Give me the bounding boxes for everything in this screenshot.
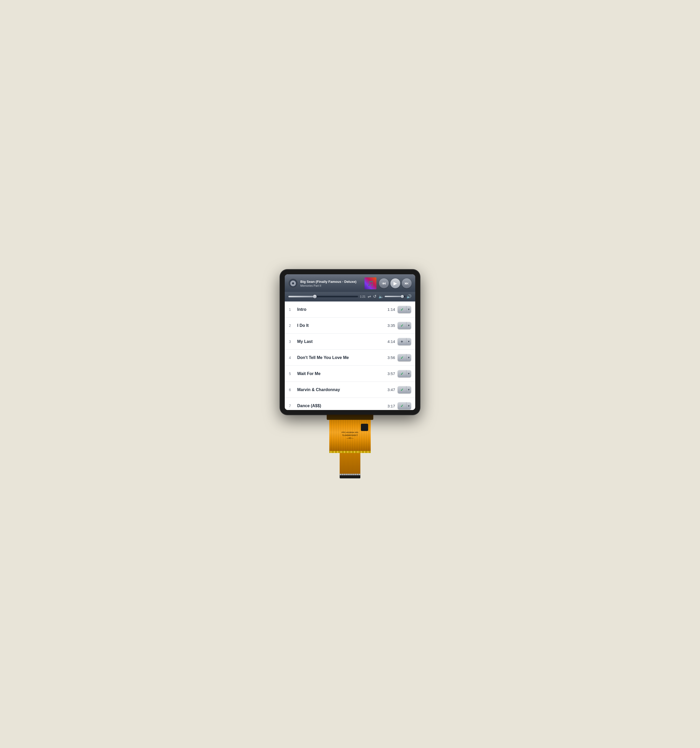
volume-control: 🔈 🔊 (378, 294, 411, 299)
album-art-image: 🎵 (364, 277, 377, 289)
track-row[interactable]: 7Dance (A$$)3:17✓▼ (285, 398, 415, 410)
forward-button[interactable]: ⏭ (402, 278, 411, 288)
track-duration: 3:47 (387, 388, 395, 392)
rdio-logo (289, 279, 298, 288)
track-title: Don't Tell Me You Love Me (297, 355, 387, 360)
ribbon-chip (361, 424, 368, 431)
album-name: Big Sean (Finally Famous - Deluxe) (300, 280, 362, 284)
track-number: 3 (289, 339, 295, 344)
plus-icon: + (398, 338, 407, 345)
volume-bar[interactable] (385, 296, 405, 297)
track-number: 7 (289, 404, 295, 408)
chevron-down-icon: ▼ (407, 338, 411, 345)
track-row[interactable]: 4Don't Tell Me You Love Me3:56✓▼ (285, 350, 415, 366)
chevron-down-icon: ▼ (407, 402, 411, 409)
progress-bar[interactable] (289, 296, 358, 297)
track-row[interactable]: 1Intro1:14✓▼ (285, 301, 415, 318)
check-icon: ✓ (398, 354, 407, 361)
track-row[interactable]: 6Marvin & Chardonnay3:47✓▼ (285, 382, 415, 398)
progress-fill (289, 296, 315, 297)
ribbon-text: FPC-H1263A-V01 TL040WVS03CT ---XC--- (342, 431, 358, 440)
ribbon-contacts-top (329, 451, 371, 453)
track-title: Marvin & Chardonnay (297, 388, 387, 392)
current-time: 1:21 (360, 295, 366, 298)
track-name: Memories Part II (300, 284, 362, 287)
ribbon-narrow (340, 453, 360, 474)
progress-area: 1:21 ⇌ ↺ 🔈 🔊 (285, 292, 415, 301)
check-icon: ✓ (398, 322, 407, 329)
play-button[interactable]: ▶ (390, 278, 400, 288)
track-list: 1Intro1:14✓▼2I Do It3:35✓▼3My Last4:14+▼… (285, 301, 415, 410)
device-container: Big Sean (Finally Famous - Deluxe) Memor… (280, 270, 420, 478)
track-title: Intro (297, 307, 387, 312)
album-art: 🎵 (364, 277, 377, 289)
shuffle-icon[interactable]: ⇌ (367, 294, 371, 299)
track-title: My Last (297, 339, 387, 344)
volume-fill (385, 296, 402, 297)
repeat-icon[interactable]: ↺ (373, 294, 377, 299)
volume-icon[interactable]: 🔈 (378, 294, 384, 299)
progress-handle (313, 295, 317, 298)
track-number: 2 (289, 324, 295, 328)
track-number: 6 (289, 388, 295, 392)
check-icon: ✓ (398, 370, 407, 377)
rewind-button[interactable]: ⏮ (379, 278, 389, 288)
track-action-button[interactable]: ✓▼ (398, 402, 411, 409)
track-action-button[interactable]: ✓▼ (398, 370, 411, 377)
track-action-button[interactable]: ✓▼ (398, 322, 411, 329)
playback-controls: ⏮ ▶ ⏭ (379, 278, 411, 288)
check-icon: ✓ (398, 402, 407, 409)
chevron-down-icon: ▼ (407, 386, 411, 394)
now-playing-bar: Big Sean (Finally Famous - Deluxe) Memor… (289, 277, 411, 289)
rdio-logo-icon (290, 281, 296, 286)
track-title: I Do It (297, 323, 387, 328)
track-action-button[interactable]: ✓▼ (398, 306, 411, 313)
check-icon: ✓ (398, 306, 407, 313)
chevron-down-icon: ▼ (407, 370, 411, 377)
track-duration: 4:14 (387, 339, 395, 344)
track-row[interactable]: 3My Last4:14+▼ (285, 334, 415, 350)
track-title: Dance (A$$) (297, 403, 387, 408)
track-duration: 3:17 (387, 404, 395, 408)
check-icon: ✓ (398, 386, 407, 394)
chevron-down-icon: ▼ (407, 354, 411, 361)
track-info: Big Sean (Finally Famous - Deluxe) Memor… (300, 280, 362, 287)
volume-up-icon: 🔊 (407, 294, 411, 299)
track-duration: 1:14 (387, 307, 395, 312)
track-row[interactable]: 2I Do It3:35✓▼ (285, 318, 415, 334)
ribbon-body: FPC-H1263A-V01 TL040WVS03CT ---XC--- (329, 420, 371, 451)
track-number: 5 (289, 372, 295, 376)
screen: Big Sean (Finally Famous - Deluxe) Memor… (285, 274, 415, 410)
ribbon-connector: FPC-H1263A-V01 TL040WVS03CT ---XC--- (327, 415, 373, 478)
track-action-button[interactable]: ✓▼ (398, 386, 411, 394)
track-action-button[interactable]: +▼ (398, 338, 411, 345)
ribbon-top (327, 415, 373, 420)
track-duration: 3:35 (387, 323, 395, 328)
track-row[interactable]: 5Wait For Me3:57✓▼ (285, 366, 415, 382)
ribbon-end (340, 475, 360, 478)
player-header: Big Sean (Finally Famous - Deluxe) Memor… (285, 274, 415, 292)
track-number: 1 (289, 307, 295, 312)
track-title: Wait For Me (297, 371, 387, 376)
chevron-down-icon: ▼ (407, 306, 411, 313)
device-body: Big Sean (Finally Famous - Deluxe) Memor… (280, 270, 420, 415)
track-action-button[interactable]: ✓▼ (398, 354, 411, 361)
chevron-down-icon: ▼ (407, 322, 411, 329)
track-duration: 3:57 (387, 371, 395, 376)
track-number: 4 (289, 356, 295, 360)
track-duration: 3:56 (387, 355, 395, 360)
volume-handle (401, 295, 404, 298)
